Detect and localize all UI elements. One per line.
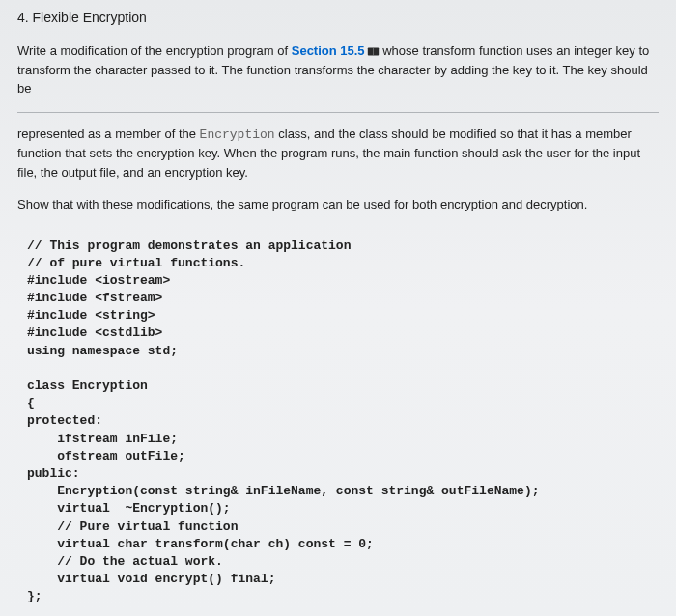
divider: [17, 112, 659, 113]
intro-paragraph: Write a modification of the encryption p…: [17, 42, 659, 98]
question-title: 4. Flexible Encryption: [17, 8, 659, 28]
section-link[interactable]: Section 15.5: [292, 43, 380, 58]
book-icon: [367, 46, 380, 57]
encryption-inline-code: Encryption: [200, 127, 275, 142]
section-link-text: Section 15.5: [292, 43, 365, 58]
para2-a: represented as a member of the: [17, 126, 200, 141]
code-block: // This program demonstrates an applicat…: [27, 238, 659, 617]
paragraph-2: represented as a member of the Encryptio…: [17, 125, 659, 182]
intro-prefix: Write a modification of the encryption p…: [17, 43, 292, 58]
paragraph-3: Show that with these modifications, the …: [17, 195, 659, 214]
